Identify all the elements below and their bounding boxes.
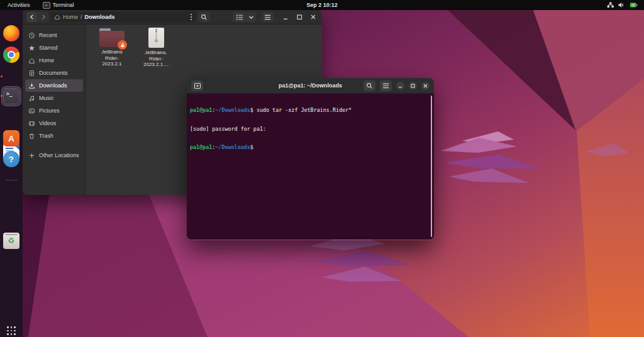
sidebar-item-recent[interactable]: Recent bbox=[25, 29, 83, 41]
dock-separator bbox=[5, 180, 18, 180]
main-menu-button[interactable] bbox=[262, 12, 274, 22]
focused-app-label: Terminal bbox=[53, 2, 74, 8]
view-mode-button[interactable] bbox=[233, 12, 246, 22]
sidebar-label: Other Locations bbox=[39, 152, 79, 158]
dock-item-firefox[interactable] bbox=[3, 25, 19, 41]
sidebar-item-home[interactable]: Home bbox=[25, 54, 83, 67]
chevron-down-icon bbox=[248, 14, 254, 20]
sidebar-label: Documents bbox=[39, 70, 68, 76]
minimize-icon bbox=[282, 13, 289, 21]
focused-app-menu[interactable]: > Terminal bbox=[38, 0, 79, 10]
terminal-scrollbar[interactable] bbox=[431, 96, 433, 237]
maximize-icon bbox=[410, 83, 416, 89]
new-tab-icon bbox=[194, 82, 201, 89]
breadcrumb-home[interactable]: Home bbox=[63, 14, 78, 20]
file-name: JetBrains. Rider- 2023.2.1.... bbox=[138, 50, 174, 68]
terminal-maximize-button[interactable] bbox=[409, 82, 417, 90]
breadcrumb-current[interactable]: Downloads bbox=[85, 14, 115, 20]
terminal-line: pa1@pa1:~/Downloads$ sudo tar -xzf JetBr… bbox=[190, 108, 431, 114]
files-sidebar: Recent Starred Home Documents Downloads bbox=[23, 25, 86, 195]
running-indicator-terminal bbox=[1, 95, 3, 97]
file-item-jetbrains-rider-folder[interactable]: JetBrains Rider- 2023.2.1 bbox=[94, 28, 130, 67]
search-button[interactable] bbox=[198, 12, 210, 22]
terminal-search-button[interactable] bbox=[364, 80, 375, 91]
maximize-icon bbox=[296, 13, 303, 21]
chevron-right-icon bbox=[40, 14, 47, 20]
dock-item-chrome[interactable] bbox=[3, 47, 19, 63]
trash-icon bbox=[28, 133, 35, 140]
sidebar-item-trash[interactable]: Trash bbox=[25, 130, 83, 142]
close-icon bbox=[423, 83, 428, 89]
sidebar-label: Starred bbox=[39, 45, 58, 51]
clock[interactable]: Sep 2 10:12 bbox=[306, 0, 338, 10]
folder-locked-icon bbox=[99, 28, 125, 47]
minimize-icon bbox=[397, 83, 403, 89]
home-icon bbox=[28, 57, 35, 64]
terminal-minimize-button[interactable] bbox=[396, 82, 404, 90]
terminal-close-button[interactable] bbox=[421, 82, 430, 90]
sidebar-item-starred[interactable]: Starred bbox=[25, 41, 83, 54]
hamburger-menu-icon bbox=[382, 83, 389, 89]
picture-icon bbox=[28, 108, 35, 114]
sidebar-label: Pictures bbox=[39, 108, 60, 114]
sidebar-item-documents[interactable]: Documents bbox=[25, 67, 83, 79]
back-button[interactable] bbox=[26, 12, 37, 22]
download-icon bbox=[28, 82, 35, 89]
new-tab-button[interactable] bbox=[191, 80, 203, 91]
battery-charging-icon bbox=[630, 2, 638, 8]
volume-icon bbox=[618, 2, 625, 8]
terminal-header-bar[interactable]: pa1@pa1: ~/Downloads bbox=[187, 78, 434, 94]
sidebar-item-other-locations[interactable]: Other Locations bbox=[25, 149, 83, 162]
system-tray[interactable] bbox=[607, 0, 644, 10]
document-icon bbox=[28, 70, 35, 77]
desktop: Activities > Terminal Sep 2 10:12 bbox=[0, 0, 644, 337]
lock-badge-icon bbox=[118, 40, 127, 50]
dock: >_ A ? ♻ bbox=[0, 10, 23, 337]
activities-button[interactable]: Activities bbox=[0, 0, 38, 10]
files-header-bar[interactable]: Home / Downloads bbox=[23, 10, 322, 25]
breadcrumb[interactable]: Home / Downloads bbox=[50, 12, 196, 22]
sidebar-label: Downloads bbox=[39, 82, 67, 89]
forward-button[interactable] bbox=[38, 12, 48, 22]
sidebar-label: Home bbox=[39, 57, 54, 64]
network-icon bbox=[607, 2, 614, 8]
dock-item-terminal[interactable]: >_ bbox=[3, 88, 19, 104]
dock-item-trash[interactable]: ♻ bbox=[3, 233, 19, 249]
search-icon bbox=[201, 14, 208, 21]
chevron-left-icon bbox=[29, 14, 35, 20]
sidebar-item-downloads[interactable]: Downloads bbox=[25, 79, 83, 92]
kebab-menu-icon bbox=[190, 13, 192, 21]
sidebar-label: Music bbox=[39, 95, 54, 101]
sidebar-label: Recent bbox=[39, 32, 57, 38]
terminal-window: pa1@pa1: ~/Downloads bbox=[187, 78, 434, 240]
terminal-menu-button[interactable] bbox=[380, 80, 392, 91]
sidebar-item-pictures[interactable]: Pictures bbox=[25, 104, 83, 117]
running-indicator-files bbox=[1, 75, 3, 77]
terminal-output[interactable]: pa1@pa1:~/Downloads$ sudo tar -xzf JetBr… bbox=[187, 94, 434, 240]
path-options-button[interactable] bbox=[190, 13, 192, 21]
top-bar: Activities > Terminal Sep 2 10:12 bbox=[0, 0, 644, 10]
home-icon bbox=[54, 14, 60, 20]
dock-item-help[interactable]: ? bbox=[3, 151, 19, 167]
sidebar-item-music[interactable]: Music bbox=[25, 92, 83, 104]
sidebar-label: Videos bbox=[39, 120, 56, 126]
view-options-dropdown[interactable] bbox=[247, 12, 256, 22]
video-icon bbox=[28, 120, 35, 127]
file-item-jetbrains-rider-archive[interactable]: JetBrains. Rider- 2023.2.1.... bbox=[138, 28, 174, 68]
minimize-button[interactable] bbox=[280, 12, 291, 22]
star-icon bbox=[28, 45, 35, 52]
close-icon bbox=[309, 13, 317, 21]
terminal-line: pa1@pa1:~/Downloads$ bbox=[190, 145, 431, 151]
show-applications-button[interactable] bbox=[7, 326, 16, 335]
sidebar-item-videos[interactable]: Videos bbox=[25, 117, 83, 130]
terminal-line: [sudo] password for pa1: bbox=[190, 126, 431, 133]
maximize-button[interactable] bbox=[294, 12, 304, 22]
breadcrumb-separator: / bbox=[80, 14, 82, 20]
sidebar-label: Trash bbox=[39, 133, 53, 139]
search-icon bbox=[366, 82, 373, 89]
dock-item-ubuntu-software[interactable]: A bbox=[3, 130, 19, 146]
plus-icon bbox=[28, 152, 35, 159]
file-name: JetBrains Rider- 2023.2.1 bbox=[94, 49, 130, 67]
music-icon bbox=[28, 95, 35, 102]
close-button[interactable] bbox=[308, 12, 318, 22]
